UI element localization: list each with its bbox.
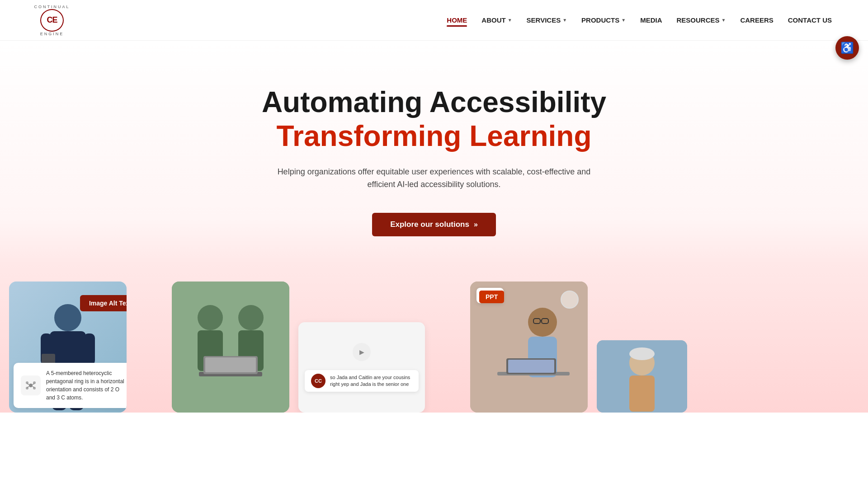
laptop-people-svg [172,282,289,413]
ppt-badge: PPT [479,291,504,303]
card-video: ▶ CC so Jada and Caitlin are your cousin… [298,322,425,413]
svg-point-0 [54,304,81,331]
alt-text-badge: Image Alt Text Accessibility [80,295,127,311]
services-dropdown-arrow: ▼ [562,18,567,23]
cc-indicator: CC so Jada and Caitlin are your cousins … [305,370,419,392]
molecule-icon [24,379,37,392]
cc-badge: CC [311,374,326,388]
logo-ce-text: CE [47,15,57,25]
svg-point-19 [238,305,264,330]
nav-item-products[interactable]: PRODUCTS ▼ [581,16,626,24]
nav-item-services[interactable]: SERVICES ▼ [527,16,567,24]
accessibility-button[interactable]: ♿ [835,36,859,60]
cta-arrow-icon: » [474,221,478,229]
hero-subtext: Helping organizations offer equitable us… [276,165,592,192]
logo-circle: CE [40,9,64,32]
card-person-tablet: Image Alt Text Accessibility [9,282,127,413]
logo-bottom-text: ENGINE [40,32,64,36]
nav-item-home[interactable]: HOME [447,16,467,24]
nav-item-careers[interactable]: CAREERS [740,16,773,24]
svg-rect-33 [508,360,554,373]
main-nav: HOME ABOUT ▼ SERVICES ▼ PRODUCTS ▼ MEDIA… [447,16,832,24]
svg-rect-6 [42,354,55,364]
hero-heading-line2: Transforming Learning [90,119,778,153]
svg-rect-37 [629,375,655,412]
video-card-wrapper: ▶ CC so Jada and Caitlin are your cousin… [298,322,425,413]
logo[interactable]: CONTINUAL CE ENGINE [36,5,68,36]
card-elderly-person [597,340,687,413]
card-laptop-people [172,282,289,413]
nav-item-about[interactable]: ABOUT ▼ [481,16,512,24]
card-ppt-person: ☰ PPT [470,282,588,413]
alt-description-box: A 5-membered heterocyclic pentagonal rin… [14,363,127,408]
svg-line-13 [33,384,34,385]
svg-line-12 [27,384,29,385]
products-dropdown-arrow: ▼ [621,18,626,23]
nav-item-media[interactable]: MEDIA [640,16,662,24]
svg-point-26 [528,308,557,337]
cta-label: Explore our solutions [390,220,469,229]
logo-icon: CONTINUAL CE ENGINE [36,5,68,36]
elderly-person-svg [597,340,687,413]
alt-description-text: A 5-membered heterocyclic pentagonal rin… [46,369,127,402]
hero-section: Automating Accessibility Transforming Le… [0,41,868,263]
play-button[interactable]: ▶ [353,343,371,361]
explore-solutions-button[interactable]: Explore our solutions » [372,213,496,236]
circle-decoration [561,291,579,309]
logo-top-text: CONTINUAL [34,5,70,9]
svg-rect-23 [205,357,256,372]
alt-icon [21,375,41,395]
svg-rect-16 [172,282,289,413]
site-header: CONTINUAL CE ENGINE HOME ABOUT ▼ SERVICE… [0,0,868,41]
cc-caption-text: so Jada and Caitlin are your cousins rig… [330,374,412,388]
resources-dropdown-arrow: ▼ [722,18,726,23]
nav-item-resources[interactable]: RESOURCES ▼ [676,16,726,24]
svg-point-17 [198,305,223,330]
nav-item-contact[interactable]: CONTACT US [788,16,832,24]
svg-rect-3 [84,333,95,365]
cards-section: Image Alt Text Accessibility [0,263,868,413]
cards-row: Image Alt Text Accessibility [0,282,868,413]
svg-point-36 [629,347,655,360]
svg-point-7 [29,384,33,387]
accessibility-icon: ♿ [840,42,854,54]
hero-heading-line1: Automating Accessibility [90,86,778,119]
about-dropdown-arrow: ▼ [508,18,512,23]
